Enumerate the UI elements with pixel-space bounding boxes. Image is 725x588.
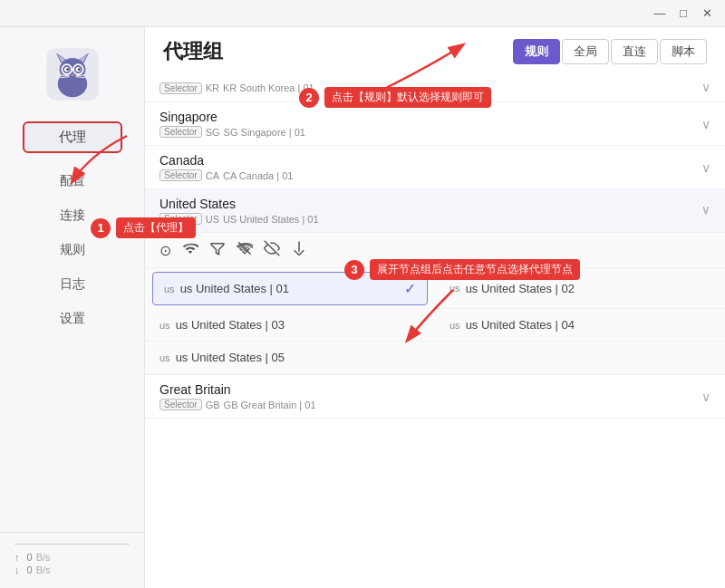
group-us-expanded: ⊙ (145, 232, 725, 374)
group-korea-header[interactable]: Selector KR KR South Korea | 01 ∨ (145, 72, 725, 101)
group-singapore-header[interactable]: Singapore Selector SG SG Singapore | 01 … (145, 102, 725, 145)
header-tabs: 规则 全局 直连 脚本 (513, 39, 707, 64)
main-header: 代理组 规则 全局 直连 脚本 (145, 27, 725, 72)
group-gb-sub: Selector GB GB Great Britain | 01 (160, 399, 701, 410)
tab-direct[interactable]: 直连 (611, 39, 658, 64)
upload-speed: 0 (27, 552, 33, 563)
upload-unit: B/s (36, 552, 51, 563)
speed-test-icon[interactable]: ⊙ (160, 242, 171, 259)
maximize-button[interactable]: □ (672, 3, 694, 24)
svg-point-13 (77, 68, 80, 71)
sidebar-bottom: ↑ 0 B/s ↓ 0 B/s (0, 532, 144, 588)
titlebar: — □ ✕ (0, 0, 725, 27)
selector-badge-ca: Selector (160, 169, 202, 181)
no-signal-icon[interactable] (237, 240, 253, 260)
logo-area (40, 42, 105, 107)
node-us-02[interactable]: us us United States | 02 (435, 268, 725, 309)
proxy-button[interactable]: 代理 (23, 121, 122, 153)
node-us-03[interactable]: us us United States | 03 (145, 309, 435, 342)
sidebar-item-logs[interactable]: 日志 (0, 267, 144, 302)
tab-script[interactable]: 脚本 (660, 39, 707, 64)
selector-badge-sg: Selector (160, 126, 202, 138)
selector-badge-us: Selector (160, 213, 202, 225)
group-us-header[interactable]: United States Selector US US United Stat… (145, 189, 725, 232)
group-canada: Canada Selector CA CA Canada | 01 ∨ (145, 146, 725, 189)
group-us-sub: Selector US US United States | 01 (160, 213, 701, 225)
group-us: United States Selector US US United Stat… (145, 189, 725, 375)
arrow-down-icon[interactable] (291, 240, 307, 260)
group-us-name: United States (160, 197, 701, 211)
selected-check-icon: ✓ (404, 280, 416, 297)
upload-arrow-icon: ↑ (14, 552, 20, 563)
wifi-icon[interactable] (182, 240, 198, 260)
sidebar-nav: 配置 连接 规则 日志 设置 (0, 164, 144, 336)
sidebar-item-config[interactable]: 配置 (0, 164, 144, 198)
main-content: 代理组 规则 全局 直连 脚本 (145, 27, 725, 588)
filter-icon[interactable] (209, 240, 226, 260)
group-ca-sub: Selector CA CA Canada | 01 (160, 169, 701, 181)
nodes-grid: us us United States | 01 ✓ us us United … (145, 268, 725, 374)
selector-badge-gb: Selector (160, 399, 202, 410)
page-title: 代理组 (163, 38, 223, 65)
tab-global[interactable]: 全局 (562, 39, 609, 64)
group-korea-sub: Selector KR KR South Korea | 01 (160, 82, 701, 94)
group-gb: Great Britain Selector GB GB Great Brita… (145, 375, 725, 419)
download-unit: B/s (36, 564, 51, 575)
node-tools: ⊙ (145, 233, 725, 268)
sidebar-item-rules[interactable]: 规则 (0, 233, 144, 267)
eye-off-icon[interactable] (264, 240, 280, 260)
group-gb-header[interactable]: Great Britain Selector GB GB Great Brita… (145, 375, 725, 418)
group-canada-header[interactable]: Canada Selector CA CA Canada | 01 ∨ (145, 146, 725, 188)
group-singapore: Singapore Selector SG SG Singapore | 01 … (145, 102, 725, 146)
minimize-button[interactable]: — (649, 3, 671, 24)
tab-rules[interactable]: 规则 (513, 39, 560, 64)
svg-point-14 (71, 74, 74, 77)
node-us-04[interactable]: us us United States | 04 (435, 309, 725, 342)
chevron-icon: ∨ (701, 80, 710, 94)
chevron-gb-icon: ∨ (701, 390, 710, 404)
group-sg-name: Singapore (160, 110, 701, 124)
sidebar-item-connect[interactable]: 连接 (0, 198, 144, 233)
node-us-01[interactable]: us us United States | 01 ✓ (152, 272, 428, 305)
group-gb-name: Great Britain (160, 382, 701, 397)
group-list: Selector KR KR South Korea | 01 ∨ (145, 72, 725, 588)
group-sg-sub: Selector SG SG Singapore | 01 (160, 126, 701, 138)
group-korea: Selector KR KR South Korea | 01 ∨ (145, 72, 725, 102)
close-button[interactable]: ✕ (696, 3, 718, 24)
chevron-sg-icon: ∨ (701, 117, 710, 131)
svg-point-12 (66, 68, 69, 71)
sidebar-item-settings[interactable]: 设置 (0, 302, 144, 336)
sidebar: 代理 配置 连接 规则 日志 设置 ↑ 0 B/s (0, 27, 145, 588)
chevron-ca-icon: ∨ (701, 160, 710, 175)
node-us-05[interactable]: us us United States | 05 (145, 342, 435, 374)
download-arrow-icon: ↓ (14, 564, 20, 575)
selector-badge: Selector (160, 82, 202, 94)
app-logo (40, 42, 105, 107)
group-ca-name: Canada (160, 153, 701, 168)
chevron-us-icon: ∧ (701, 204, 710, 218)
download-speed: 0 (27, 564, 33, 575)
